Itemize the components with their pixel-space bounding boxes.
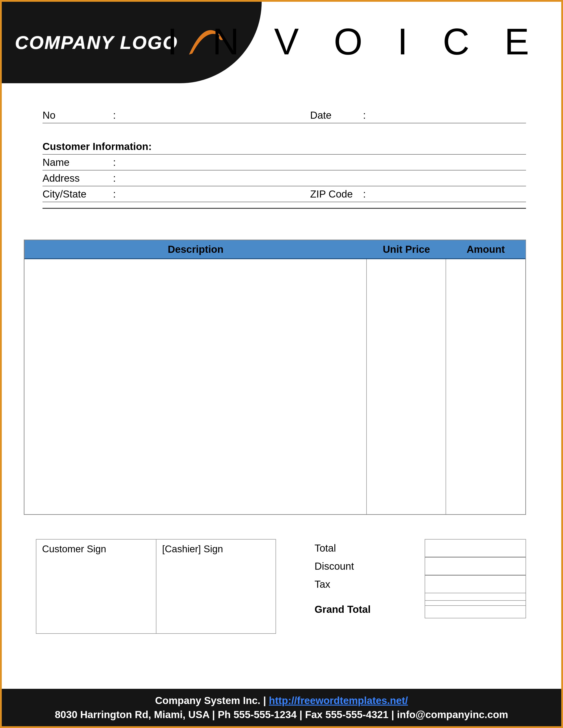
colon: : <box>363 109 372 121</box>
col-amount: Amount <box>446 243 525 255</box>
address-label: Address <box>43 172 113 184</box>
cashier-sign-cell[interactable]: [Cashier] Sign <box>156 540 276 633</box>
total-value[interactable] <box>425 539 526 557</box>
colon: : <box>113 109 122 121</box>
footer-company: Company System Inc. <box>155 695 260 706</box>
row-total: Total <box>306 539 526 557</box>
invoice-document: COMPANY LOGO I N V O I C E No : Date : C… <box>0 0 563 728</box>
grand-total-label: Grand Total <box>306 603 425 615</box>
footer-line-2: 8030 Harrington Rd, Miami, USA | Ph 555-… <box>2 708 561 722</box>
line-items-table: Description Unit Price Amount <box>24 240 526 515</box>
no-label: No <box>43 109 113 121</box>
city-state-label: City/State <box>43 188 113 200</box>
table-header: Description Unit Price Amount <box>24 240 525 259</box>
totals-block: Total Discount Tax Grand Total <box>306 539 526 634</box>
lower-section: Customer Sign [Cashier] Sign Total Disco… <box>36 539 526 634</box>
colon: : <box>113 156 122 168</box>
colon: : <box>113 188 122 200</box>
row-gap <box>306 593 526 600</box>
divider <box>43 208 526 209</box>
cashier-sign-label: [Cashier] Sign <box>162 543 223 554</box>
discount-label: Discount <box>306 560 425 572</box>
signature-box: Customer Sign [Cashier] Sign <box>36 539 276 634</box>
colon: : <box>113 172 122 184</box>
tax-label: Tax <box>306 578 425 590</box>
customer-info-heading: Customer Information: <box>43 140 152 152</box>
colon: : <box>363 188 372 200</box>
date-label: Date <box>310 109 363 121</box>
row-customer-heading: Customer Information: <box>43 139 526 155</box>
cell-amount[interactable] <box>446 259 525 514</box>
col-unit-price: Unit Price <box>367 243 446 255</box>
cell-description[interactable] <box>24 259 367 514</box>
grand-total-value[interactable] <box>425 600 526 618</box>
zip-label: ZIP Code <box>310 188 363 200</box>
info-block: No : Date : Customer Information: Name :… <box>43 107 526 209</box>
total-label: Total <box>306 542 425 554</box>
row-name: Name : <box>43 155 526 170</box>
row-grand-total: Grand Total <box>306 600 526 618</box>
row-discount: Discount <box>306 557 526 575</box>
customer-sign-label: Customer Sign <box>42 543 106 554</box>
invoice-title: I N V O I C E <box>167 20 541 63</box>
col-description: Description <box>24 243 367 255</box>
logo-text: COMPANY LOGO <box>15 32 178 53</box>
cell-unit-price[interactable] <box>367 259 446 514</box>
footer-line-1: Company System Inc. | http://freewordtem… <box>2 693 561 708</box>
name-label: Name <box>43 156 113 168</box>
footer: Company System Inc. | http://freewordtem… <box>2 689 561 726</box>
table-body <box>24 259 525 514</box>
row-no-date: No : Date : <box>43 107 526 123</box>
header: COMPANY LOGO I N V O I C E <box>2 2 561 83</box>
row-address: Address : <box>43 170 526 186</box>
footer-url[interactable]: http://freewordtemplates.net/ <box>269 695 408 706</box>
row-city-zip: City/State : ZIP Code : <box>43 186 526 202</box>
footer-sep: | <box>260 695 269 706</box>
customer-sign-cell[interactable]: Customer Sign <box>36 540 156 633</box>
discount-value[interactable] <box>425 557 526 575</box>
